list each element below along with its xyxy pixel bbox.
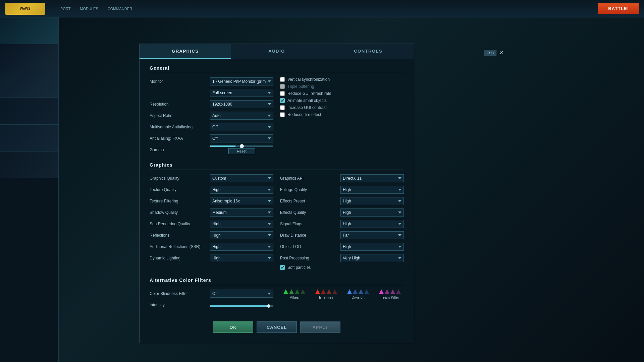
allies-icons <box>283 289 305 294</box>
effects-preset-select[interactable]: LowMediumHighUltra <box>340 197 404 205</box>
object-lod-select[interactable]: LowMediumHighUltra <box>340 243 404 251</box>
sea-quality-select[interactable]: LowMediumHighUltra <box>210 220 273 228</box>
soft-particles-checkbox[interactable] <box>280 265 285 270</box>
tab-controls[interactable]: CONTROLS <box>322 44 414 59</box>
reducedfire-row: Reduced fire effect <box>280 112 404 117</box>
tex-quality-select[interactable]: LowMediumHighUltra <box>210 186 273 194</box>
shadow-quality-select[interactable]: OffLowMediumHighUltra <box>210 208 273 217</box>
triplebuf-row: Triple buffering <box>280 84 404 89</box>
colorblind-row: Color Blindness Filter OffProtanopiaDeut… <box>150 289 273 298</box>
tab-graphics[interactable]: GRAPHICS <box>140 44 231 59</box>
battle-button[interactable]: BATTLE! <box>598 3 639 14</box>
shadow-quality-row: Shadow Quality OffLowMediumHighUltra <box>150 208 273 217</box>
svg-marker-1 <box>289 289 294 294</box>
animatesmall-label: Animate small objects <box>287 98 327 103</box>
effects-quality-row: Effects Quality LowMediumHighUltra <box>280 208 404 217</box>
effects-preset-row: Effects Preset LowMediumHighUltra <box>280 197 404 205</box>
draw-distance-select[interactable]: NearMediumFarVery Far <box>340 231 404 239</box>
monitor-select[interactable]: 1 - Generic PnP Monitor (prim <box>210 77 273 85</box>
reducedfire-label: Reduced fire effect <box>287 112 321 117</box>
reducegui-checkbox[interactable] <box>280 91 285 96</box>
gfx-quality-control: CustomLowMediumHighUltra <box>210 174 273 182</box>
svg-marker-7 <box>332 289 337 294</box>
displaymode-select[interactable]: Full-screen Windowed Borderless <box>210 89 273 97</box>
reducedfire-checkbox[interactable] <box>280 112 285 117</box>
vsync-checkbox[interactable] <box>280 77 285 82</box>
reducegui-row: Reduce GUI refresh rate <box>280 91 404 96</box>
cancel-button[interactable]: Cancel <box>257 321 297 333</box>
colorblind-select[interactable]: OffProtanopiaDeuteranopiaTritanopia <box>210 290 273 298</box>
signal-flags-row: Signal Flags OffLowMediumHigh <box>280 220 404 228</box>
gamma-label: Gamma <box>150 147 210 152</box>
msaa-select[interactable]: Off 2x 4x 8x <box>210 123 273 131</box>
gamma-reset-button[interactable]: Reset <box>228 148 255 154</box>
sidebar <box>0 17 59 362</box>
vsync-row: Vertical synchronization <box>280 77 404 82</box>
fxaa-select[interactable]: Off Low Medium High <box>210 134 273 142</box>
ok-button[interactable]: OK <box>213 321 253 333</box>
color-group-division: Division <box>347 289 369 299</box>
close-icon[interactable]: ✕ <box>498 50 505 56</box>
msaa-control: Off 2x 4x 8x <box>210 123 273 131</box>
division-icon-3 <box>359 289 363 294</box>
foliage-quality-row: Foliage Quality OffLowMediumHigh <box>280 185 404 194</box>
apply-button[interactable]: Apply <box>300 321 340 333</box>
svg-marker-2 <box>295 289 300 294</box>
aspectratio-row: Aspect Ratio Auto 16:9 4:3 <box>150 111 273 120</box>
svg-marker-6 <box>327 289 331 294</box>
graphics-left-col: Graphics Quality CustomLowMediumHighUltr… <box>150 174 273 272</box>
add-reflections-select[interactable]: OffLowMediumHigh <box>210 243 273 251</box>
top-nav: PORT MODULES COMMANDER <box>57 5 136 12</box>
signal-flags-select[interactable]: OffLowMediumHigh <box>340 220 404 228</box>
post-processing-select[interactable]: OffLowMediumHighVery High <box>340 254 404 262</box>
reflections-select[interactable]: OffLowMediumHigh <box>210 231 273 239</box>
reflections-row: Reflections OffLowMediumHigh <box>150 231 273 240</box>
svg-marker-14 <box>390 289 395 294</box>
intensity-label: Intensity <box>150 303 210 307</box>
general-layout: Monitor 1 - Generic PnP Monitor (prim Fu… <box>150 77 404 157</box>
gfx-quality-select[interactable]: CustomLowMediumHighUltra <box>210 174 273 182</box>
teamkiller-label: Team Killer <box>381 295 399 299</box>
division-icon-4 <box>364 289 369 294</box>
gfx-api-select[interactable]: DirectX 9DirectX 11Vulkan <box>340 174 404 182</box>
object-lod-row: Object LOD LowMediumHighUltra <box>280 242 404 251</box>
intensity-slider[interactable] <box>210 305 273 307</box>
graphics-section: Graphics Graphics Quality CustomLowMediu… <box>150 162 404 272</box>
sea-quality-label: Sea Rendering Quality <box>150 222 210 226</box>
increasegui-row: Increase GUI contrast <box>280 105 404 110</box>
resolution-select[interactable]: 644x362 1600x900 1280x720 <box>210 100 273 108</box>
general-right-col: Vertical synchronization Triple bufferin… <box>280 77 404 157</box>
gamma-slider[interactable] <box>210 145 273 147</box>
gfx-api-label: Graphics API <box>280 176 340 181</box>
resolution-row: Resolution 644x362 1600x900 1280x720 <box>150 100 273 109</box>
svg-marker-13 <box>385 289 389 294</box>
aspectratio-control: Auto 16:9 4:3 <box>210 112 273 120</box>
add-reflections-label: Additional Reflections (SSR) <box>150 244 210 249</box>
settings-content: General Monitor 1 - Generic PnP Monitor … <box>140 59 414 336</box>
sidebar-item-2 <box>0 44 58 71</box>
tab-audio[interactable]: AUDIO <box>231 44 323 59</box>
svg-marker-4 <box>315 289 320 294</box>
increasegui-checkbox[interactable] <box>280 105 285 110</box>
effects-quality-select[interactable]: LowMediumHighUltra <box>340 208 404 217</box>
enemies-icon-2 <box>321 289 326 294</box>
aspectratio-select[interactable]: Auto 16:9 4:3 <box>210 112 273 120</box>
gamma-row: Gamma Reset <box>150 145 273 154</box>
triplebuf-label: Triple buffering <box>287 84 314 89</box>
triplebuf-checkbox[interactable] <box>280 84 285 89</box>
teamkiller-icon-4 <box>396 289 401 294</box>
animatesmall-checkbox[interactable] <box>280 98 285 103</box>
svg-marker-3 <box>301 289 305 294</box>
signal-flags-label: Signal Flags <box>280 222 340 226</box>
tex-filtering-select[interactable]: BilinearTrilinearAnisotropic 4xAnisotrop… <box>210 197 273 205</box>
gfx-quality-row: Graphics Quality CustomLowMediumHighUltr… <box>150 174 273 183</box>
aspectratio-label: Aspect Ratio <box>150 113 210 118</box>
post-processing-row: Post Processing OffLowMediumHighVery Hig… <box>280 254 404 262</box>
draw-distance-label: Draw Distance <box>280 233 340 238</box>
enemies-icons <box>315 289 337 294</box>
foliage-quality-select[interactable]: OffLowMediumHigh <box>340 186 404 194</box>
esc-button-area[interactable]: ESC ✕ <box>484 50 505 56</box>
dyn-lighting-select[interactable]: OffLowMediumHigh <box>210 254 273 262</box>
add-reflections-control: OffLowMediumHigh <box>210 243 273 251</box>
colorblind-label: Color Blindness Filter <box>150 291 210 296</box>
